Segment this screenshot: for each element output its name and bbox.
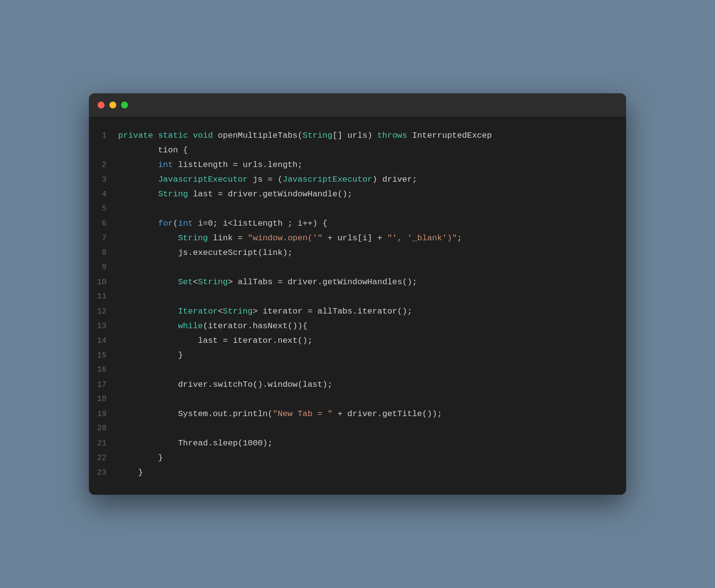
code-token: throws — [378, 131, 407, 140]
code-token: int — [178, 219, 193, 228]
code-token: System.out.println( — [118, 409, 273, 419]
code-line: 2 int listLength = urls.length; — [89, 158, 626, 172]
titlebar — [89, 93, 626, 117]
code-token: "window.open('" — [248, 233, 322, 243]
line-number: 12 — [89, 305, 118, 318]
line-content: } — [118, 465, 143, 480]
code-token — [118, 321, 178, 331]
code-token: for — [158, 219, 173, 228]
line-number: 6 — [89, 217, 118, 231]
code-token: InterruptedExcep — [407, 131, 492, 140]
line-number: 1 — [89, 129, 118, 143]
code-token: ; — [457, 233, 462, 243]
code-line: 22 } — [89, 451, 626, 465]
code-token — [118, 175, 158, 184]
code-token: js.executeScript(link); — [118, 248, 293, 257]
line-content: Iterator<String> iterator = allTabs.iter… — [118, 304, 412, 319]
line-number: 16 — [89, 363, 118, 377]
code-token: < — [218, 307, 223, 316]
code-token: openMultipleTabs( — [213, 131, 303, 140]
line-content: Thread.sleep(1000); — [118, 436, 273, 451]
code-token: String — [303, 131, 333, 140]
code-token — [118, 233, 178, 243]
code-line: 13 while(iterator.hasNext()){ — [89, 319, 626, 334]
line-number: 5 — [89, 202, 118, 215]
line-number: 17 — [89, 378, 118, 392]
code-window: 1private static void openMultipleTabs(St… — [89, 93, 626, 495]
line-content: JavascriptExecutor js = (JavascriptExecu… — [118, 172, 417, 187]
code-token: last = iterator.next(); — [118, 336, 313, 345]
line-number: 3 — [89, 173, 118, 187]
code-token — [118, 189, 158, 199]
code-token — [118, 277, 178, 287]
line-number: 21 — [89, 437, 118, 450]
code-token: static — [158, 131, 188, 140]
code-token: ) driver; — [372, 175, 417, 184]
code-token — [188, 131, 193, 140]
line-content: String last = driver.getWindowHandle(); — [118, 187, 353, 202]
code-token: link = — [208, 233, 248, 243]
code-line: 20 — [89, 421, 626, 436]
code-token: while — [178, 321, 203, 331]
line-number: 15 — [89, 349, 118, 362]
code-token: String — [223, 307, 252, 316]
line-number: 8 — [89, 246, 118, 260]
line-content: private static void openMultipleTabs(Str… — [118, 128, 492, 143]
line-number: 18 — [89, 392, 118, 406]
code-token: driver.switchTo().window(last); — [118, 380, 333, 389]
code-token: Thread.sleep(1000); — [118, 439, 273, 448]
code-line: 23 } — [89, 465, 626, 480]
line-number: 19 — [89, 407, 118, 421]
code-token: (iterator.hasNext()){ — [203, 321, 307, 331]
minimize-button[interactable] — [109, 102, 116, 108]
line-content: String link = "window.open('" + urls[i] … — [118, 231, 462, 246]
code-token — [118, 160, 158, 169]
code-token: Set — [178, 277, 193, 287]
code-token: + driver.getTitle()); — [333, 409, 442, 419]
line-number: 2 — [89, 158, 118, 172]
code-token: "New Tab = " — [273, 409, 332, 419]
code-token: } — [118, 351, 183, 360]
line-content: } — [118, 451, 163, 465]
code-token: < — [193, 277, 198, 287]
code-token: + urls[i] + — [322, 233, 387, 243]
code-line: 17 driver.switchTo().window(last); — [89, 378, 626, 392]
code-line: 4 String last = driver.getWindowHandle()… — [89, 187, 626, 202]
code-token: ( — [173, 219, 178, 228]
line-content: Set<String> allTabs = driver.getWindowHa… — [118, 275, 417, 290]
line-content: System.out.println("New Tab = " + driver… — [118, 407, 442, 421]
line-content: js.executeScript(link); — [118, 246, 293, 260]
code-token: > allTabs = driver.getWindowHandles(); — [228, 277, 417, 287]
code-line: 10 Set<String> allTabs = driver.getWindo… — [89, 275, 626, 290]
code-line: 8 js.executeScript(link); — [89, 246, 626, 260]
code-token: JavascriptExecutor — [158, 175, 248, 184]
code-line: 15 } — [89, 348, 626, 363]
line-number: 11 — [89, 290, 118, 303]
code-token — [118, 219, 158, 228]
line-number: 23 — [89, 466, 118, 480]
line-content: while(iterator.hasNext()){ — [118, 319, 308, 334]
code-line: 12 Iterator<String> iterator = allTabs.i… — [89, 304, 626, 319]
line-content: int listLength = urls.length; — [118, 158, 302, 172]
code-token: last = driver.getWindowHandle(); — [188, 189, 353, 199]
code-token: } — [118, 468, 143, 477]
line-number: 10 — [89, 275, 118, 289]
line-content: for(int i=0; i<listLength ; i++) { — [118, 216, 328, 231]
code-token: js = ( — [248, 175, 282, 184]
maximize-button[interactable] — [121, 102, 128, 108]
line-number: 22 — [89, 451, 118, 465]
code-line: 21 Thread.sleep(1000); — [89, 436, 626, 451]
line-content: tion { — [118, 143, 188, 158]
code-token — [118, 307, 178, 316]
code-token: } — [118, 453, 163, 462]
code-token: String — [178, 233, 208, 243]
code-line: 7 String link = "window.open('" + urls[i… — [89, 231, 626, 246]
code-line: 14 last = iterator.next(); — [89, 334, 626, 348]
line-number: 7 — [89, 231, 118, 245]
line-content: } — [118, 348, 183, 363]
code-line: 3 JavascriptExecutor js = (JavascriptExe… — [89, 172, 626, 187]
line-number: 20 — [89, 421, 118, 435]
line-number: 4 — [89, 188, 118, 201]
line-number: 13 — [89, 319, 118, 333]
close-button[interactable] — [98, 102, 105, 108]
